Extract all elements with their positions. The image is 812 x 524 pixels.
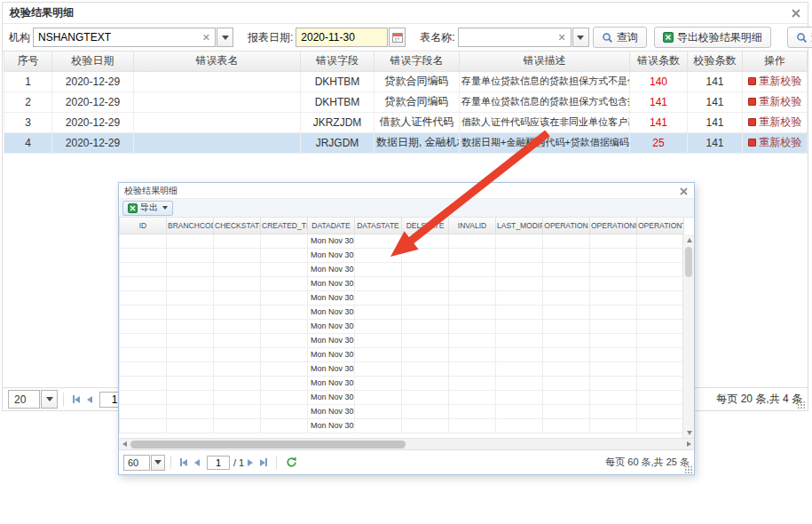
table-name-input[interactable] — [463, 29, 556, 45]
prev-page-icon[interactable] — [87, 396, 92, 403]
dialog-grid-cell — [449, 361, 496, 376]
scroll-left-icon[interactable] — [119, 439, 130, 449]
chevron-down-icon[interactable] — [572, 28, 589, 47]
dialog-grid-cell — [449, 234, 496, 248]
dialog-grid-row[interactable]: Mon Nov 30 20... — [120, 290, 684, 305]
dialog-grid-row[interactable]: Mon Nov 30 20... — [120, 418, 684, 433]
dialog-column-header[interactable]: DELSTATE — [402, 218, 449, 234]
first-page-icon[interactable] — [73, 395, 80, 403]
scroll-down-icon[interactable] — [683, 427, 694, 438]
close-icon[interactable] — [679, 187, 689, 196]
chevron-down-icon — [162, 206, 168, 210]
dialog-column-header[interactable]: OPERATIONTIME — [637, 218, 684, 234]
dialog-column-header[interactable]: CHECKSTATE — [214, 218, 261, 234]
vertical-scroll-thumb[interactable] — [685, 247, 692, 277]
dialog-grid-row[interactable]: Mon Nov 30 20... — [120, 276, 684, 290]
column-header-check-count[interactable]: 校验条数 — [688, 52, 743, 71]
view-log-button[interactable]: 查看校验日志 — [787, 27, 812, 48]
dialog-grid-cell — [496, 361, 543, 376]
calendar-icon[interactable] — [389, 28, 406, 47]
dialog-grid-cell: Mon Nov 30 20... — [308, 290, 355, 305]
dialog-grid-row[interactable]: Mon Nov 30 20... — [120, 248, 684, 262]
dialog-column-header[interactable]: BRANCHCODE — [167, 218, 214, 234]
column-header-err-desc[interactable]: 错误描述 — [460, 52, 630, 71]
last-page-icon[interactable] — [260, 458, 267, 466]
grid-row[interactable]: 3 2020-12-29 JKRZJDM 借款人证件代码 借款人证件代码应该在非… — [4, 112, 808, 132]
dialog-column-header[interactable]: DATASTATE — [355, 218, 402, 234]
next-page-icon[interactable] — [248, 459, 253, 466]
dialog-grid-row[interactable]: Mon Nov 30 20... — [120, 262, 684, 276]
dialog-grid-cell: Mon Nov 30 20... — [308, 319, 355, 333]
dialog-grid-row[interactable]: Mon Nov 30 20... — [120, 305, 684, 319]
dialog-grid-row[interactable]: Mon Nov 30 20... — [120, 361, 684, 376]
dialog-grid-row[interactable]: Mon Nov 30 20... — [120, 319, 684, 333]
dialog-page-number-input[interactable] — [207, 456, 230, 470]
prev-page-icon[interactable] — [194, 459, 200, 466]
refresh-icon[interactable] — [286, 457, 297, 468]
dialog-grid-cell — [261, 418, 308, 433]
dialog-page-size-select[interactable]: 60 — [123, 455, 165, 471]
search-icon — [602, 32, 613, 44]
resize-grip[interactable] — [797, 401, 806, 409]
column-header-err-field-name[interactable]: 错误字段名 — [374, 52, 460, 71]
dialog-export-button[interactable]: 导出 — [122, 201, 173, 216]
column-header-err-field[interactable]: 错误字段 — [301, 52, 374, 71]
clear-icon[interactable]: ✕ — [556, 33, 567, 43]
grid-row-selected[interactable]: 4 2020-12-29 JRJGDM 数据日期, 金融机构代... 数据日期+… — [4, 132, 808, 153]
dialog-grid-row[interactable]: Mon Nov 30 20... — [120, 404, 684, 418]
dialog-grid-row[interactable]: Mon Nov 30 20... — [120, 234, 684, 248]
grid-row[interactable]: 2 2020-12-29 DKHTBM 贷款合同编码 存量单位贷款信息的贷款担保… — [4, 91, 808, 112]
column-header-err-table[interactable]: 错误表名 — [134, 52, 301, 71]
scroll-right-icon[interactable] — [683, 439, 694, 449]
dialog-grid-cell — [120, 333, 167, 347]
chevron-down-icon[interactable] — [217, 28, 233, 47]
dialog-column-header[interactable]: DATADATE — [308, 218, 355, 234]
recheck-button[interactable]: 重新校验 — [748, 94, 802, 109]
export-result-button[interactable]: 导出校验结果明细 — [654, 27, 771, 48]
dialog-grid-row[interactable]: Mon Nov 30 20... — [120, 376, 684, 390]
dialog-column-header[interactable]: LAST_MODIFIED_ — [496, 218, 543, 234]
dialog-grid-cell — [637, 248, 684, 262]
dialog-column-header[interactable]: INVALID — [449, 218, 496, 234]
first-page-icon[interactable] — [180, 458, 187, 466]
recheck-button[interactable]: 重新校验 — [748, 115, 802, 130]
pager-divider — [170, 456, 171, 469]
clear-icon[interactable]: ✕ — [201, 33, 212, 43]
dialog-column-header[interactable]: OPERATION — [543, 218, 590, 234]
vertical-scrollbar[interactable] — [682, 234, 694, 438]
column-header-check-date[interactable]: 校验日期 — [52, 52, 134, 71]
column-header-seq[interactable]: 序号 — [4, 52, 52, 71]
column-header-err-count[interactable]: 错误条数 — [630, 52, 688, 71]
grid-row[interactable]: 1 2020-12-29 DKHTBM 贷款合同编码 存量单位贷款信息的贷款担保… — [4, 71, 808, 91]
horizontal-scrollbar[interactable] — [119, 438, 694, 449]
dialog-resize-grip[interactable] — [684, 465, 693, 473]
horizontal-scroll-thumb[interactable] — [130, 441, 406, 449]
org-input[interactable] — [38, 29, 201, 45]
dialog-column-header[interactable]: ID — [120, 218, 167, 234]
report-date-input[interactable] — [301, 29, 384, 45]
chevron-down-icon[interactable] — [151, 455, 165, 471]
dialog-grid-row[interactable]: Mon Nov 30 20... — [120, 390, 684, 404]
column-header-operation[interactable]: 操作 — [743, 52, 808, 71]
recheck-button[interactable]: 重新校验 — [748, 135, 802, 150]
dialog-grid-cell — [167, 361, 214, 376]
dialog-grid-cell — [355, 290, 402, 305]
close-icon[interactable] — [791, 8, 801, 19]
dialog-grid-cell — [214, 347, 261, 361]
chevron-down-icon[interactable] — [41, 390, 58, 409]
dialog-grid-row[interactable]: Mon Nov 30 20... — [120, 347, 684, 361]
query-button[interactable]: 查询 — [593, 27, 647, 48]
dialog-grid-cell — [167, 376, 214, 390]
dialog-grid-cell — [637, 390, 684, 404]
dialog-grid-row[interactable]: Mon Nov 30 20... — [120, 333, 684, 347]
dialog-column-header[interactable]: OPERATIONREAS — [590, 218, 637, 234]
dialog-title-bar[interactable]: 校验结果明细 — [119, 183, 694, 199]
scroll-up-icon[interactable] — [683, 234, 694, 245]
dialog-grid-cell — [496, 404, 543, 418]
dialog-grid-cell — [449, 418, 496, 433]
dialog-grid-cell — [120, 262, 167, 276]
page-size-select[interactable]: 20 — [8, 390, 58, 409]
dialog-grid-cell — [355, 248, 402, 262]
dialog-column-header[interactable]: CREATED_TIME — [261, 218, 308, 234]
recheck-button[interactable]: 重新校验 — [748, 74, 802, 89]
